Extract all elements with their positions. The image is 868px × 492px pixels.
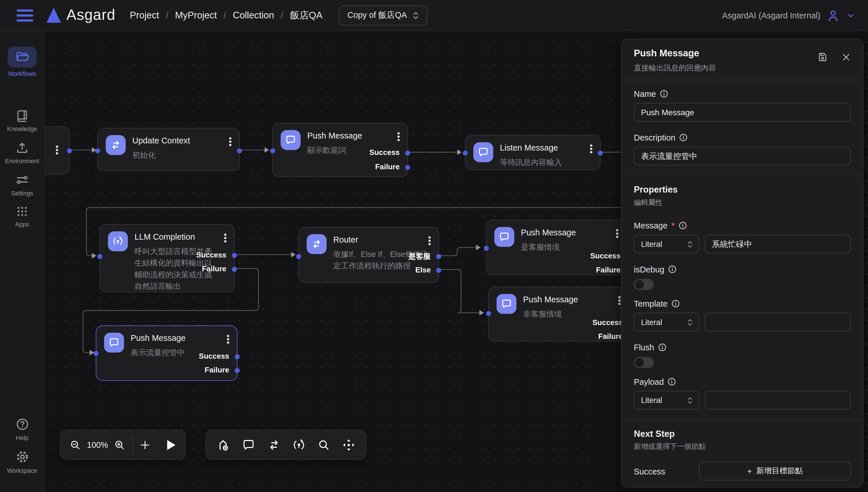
output-port-success[interactable] bbox=[235, 354, 240, 359]
sidebar-item-apps[interactable]: Apps bbox=[0, 205, 44, 228]
breadcrumb-myproject[interactable]: MyProject bbox=[175, 10, 217, 21]
search-icon bbox=[317, 438, 330, 451]
node-push-message-service[interactable]: Push Message 是客服情境 Success Failure bbox=[486, 220, 629, 275]
chevron-down-icon[interactable] bbox=[846, 10, 856, 20]
add-target-label: 新增目標節點 bbox=[756, 466, 803, 476]
breadcrumb-collection[interactable]: Collection bbox=[233, 10, 274, 21]
output-port-failure[interactable] bbox=[405, 165, 410, 170]
input-port[interactable] bbox=[93, 351, 98, 355]
sidebar-item-workflows[interactable]: Workflows bbox=[0, 47, 44, 77]
kebab-menu-icon[interactable] bbox=[589, 143, 594, 154]
message-type-select[interactable]: Literal bbox=[634, 235, 699, 253]
kebab-menu-icon[interactable] bbox=[55, 145, 59, 155]
description-field[interactable] bbox=[634, 147, 851, 165]
sidebar-item-settings[interactable]: Settings bbox=[0, 173, 44, 197]
template-type-select[interactable]: Literal bbox=[634, 313, 699, 331]
swap-arrows-icon bbox=[307, 234, 326, 254]
message-value-field[interactable] bbox=[705, 235, 851, 253]
properties-heading: Properties bbox=[634, 185, 851, 195]
kebab-menu-icon[interactable] bbox=[228, 136, 232, 147]
node-subtitle: 非客服情境 bbox=[523, 309, 562, 320]
breadcrumb-workflow[interactable]: 飯店QA bbox=[290, 9, 322, 22]
name-field[interactable] bbox=[634, 103, 851, 122]
kebab-menu-icon[interactable] bbox=[428, 236, 432, 246]
input-port[interactable] bbox=[484, 245, 489, 250]
output-port-success[interactable] bbox=[232, 253, 237, 257]
close-icon[interactable] bbox=[842, 52, 851, 62]
node-push-message-flowcontrol[interactable]: Push Message 表示流量控管中 Success Failure bbox=[96, 325, 238, 381]
payload-type-select[interactable]: Literal bbox=[634, 391, 699, 410]
llm-icon bbox=[108, 231, 128, 251]
move-icon bbox=[342, 438, 356, 452]
save-icon[interactable] bbox=[817, 51, 828, 63]
isdebug-toggle[interactable] bbox=[634, 279, 653, 290]
node-title: Update Context bbox=[132, 136, 190, 145]
asgard-logo[interactable] bbox=[47, 8, 61, 23]
input-port[interactable] bbox=[463, 150, 468, 155]
kebab-menu-icon[interactable] bbox=[615, 228, 619, 239]
hamburger-menu-icon[interactable] bbox=[17, 9, 33, 21]
kebab-menu-icon[interactable] bbox=[397, 131, 401, 142]
output-port[interactable] bbox=[237, 148, 242, 153]
output-port-is-service[interactable] bbox=[436, 254, 441, 259]
node-detail-panel: Push Message 直接輸出訊息的回應內容 Name Descriptio… bbox=[621, 39, 864, 488]
zoom-out-button[interactable] bbox=[69, 439, 81, 451]
plus-icon bbox=[140, 439, 151, 450]
add-success-target-button[interactable]: + 新增目標節點 bbox=[699, 462, 851, 480]
kebab-menu-icon[interactable] bbox=[617, 295, 621, 306]
node-listen-message[interactable]: Listen Message 等待訊息內容輸入 bbox=[465, 135, 601, 170]
breadcrumb-separator: / bbox=[281, 10, 283, 21]
edge-arrowhead bbox=[457, 149, 462, 155]
node-title: Listen Message bbox=[500, 143, 558, 152]
kebab-menu-icon[interactable] bbox=[226, 334, 230, 345]
node-title: Push Message bbox=[131, 333, 186, 343]
node-partial[interactable] bbox=[44, 126, 70, 174]
input-port[interactable] bbox=[296, 254, 301, 259]
node-router[interactable]: Router 依據If、Else If、Else條件決定工作流程執行的路徑 是客… bbox=[298, 227, 439, 283]
flush-toggle[interactable] bbox=[634, 357, 653, 368]
add-router-node-button[interactable] bbox=[267, 438, 281, 452]
output-port-else[interactable] bbox=[436, 268, 441, 272]
sidebar-item-knowledge[interactable]: Knowledge bbox=[0, 108, 44, 132]
workflow-selector-dropdown[interactable]: Copy of 飯店QA bbox=[339, 5, 427, 25]
output-label-failure: Failure bbox=[596, 266, 621, 274]
node-llm-completion[interactable]: LLM Completion 呼叫大型語言模型並產生結構化的資料輸出以輔助流程的… bbox=[100, 224, 235, 292]
template-type-value: Literal bbox=[641, 318, 662, 327]
sidebar-item-help[interactable]: Help bbox=[0, 417, 44, 441]
edge bbox=[439, 270, 479, 313]
template-value-field[interactable] bbox=[705, 313, 851, 331]
input-port[interactable] bbox=[95, 148, 100, 153]
sidebar-item-workspace[interactable]: Workspace bbox=[0, 449, 44, 474]
grid-dots-icon bbox=[16, 205, 29, 218]
sidebar-item-environment[interactable]: Environment bbox=[0, 141, 44, 164]
next-step-subheading: 新增或選擇下一個節點 bbox=[634, 442, 851, 452]
input-port[interactable] bbox=[97, 254, 102, 259]
node-push-message-welcome[interactable]: Push Message 顯示歡迎詞 Success Failure bbox=[272, 123, 408, 177]
input-port[interactable] bbox=[486, 311, 491, 316]
output-port-failure[interactable] bbox=[232, 266, 237, 271]
run-button[interactable] bbox=[164, 440, 176, 450]
output-port[interactable] bbox=[67, 148, 72, 153]
output-port-failure[interactable] bbox=[235, 368, 240, 373]
info-icon bbox=[668, 378, 676, 386]
swap-arrows-icon bbox=[267, 438, 281, 452]
node-title: LLM Completion bbox=[134, 232, 195, 241]
output-port[interactable] bbox=[598, 150, 603, 155]
node-push-message-nonservice[interactable]: Push Message 非客服情境 Success Failure bbox=[488, 287, 631, 342]
add-llm-node-button[interactable] bbox=[292, 438, 306, 452]
add-button[interactable] bbox=[140, 439, 151, 450]
payload-value-field[interactable] bbox=[705, 391, 851, 410]
info-icon bbox=[660, 90, 668, 98]
breadcrumb-project[interactable]: Project bbox=[130, 10, 159, 21]
node-update-context[interactable]: Update Context 初始化 bbox=[97, 128, 240, 171]
output-port-success[interactable] bbox=[405, 150, 410, 155]
search-button[interactable] bbox=[317, 438, 330, 451]
add-node-button[interactable] bbox=[216, 438, 230, 452]
input-port[interactable] bbox=[270, 148, 275, 153]
user-icon[interactable] bbox=[826, 8, 840, 22]
kebab-menu-icon[interactable] bbox=[223, 232, 228, 243]
add-message-node-button[interactable] bbox=[241, 438, 255, 452]
pan-button[interactable] bbox=[342, 438, 356, 452]
zoom-in-button[interactable] bbox=[114, 439, 126, 451]
swap-arrows-icon bbox=[106, 135, 126, 155]
